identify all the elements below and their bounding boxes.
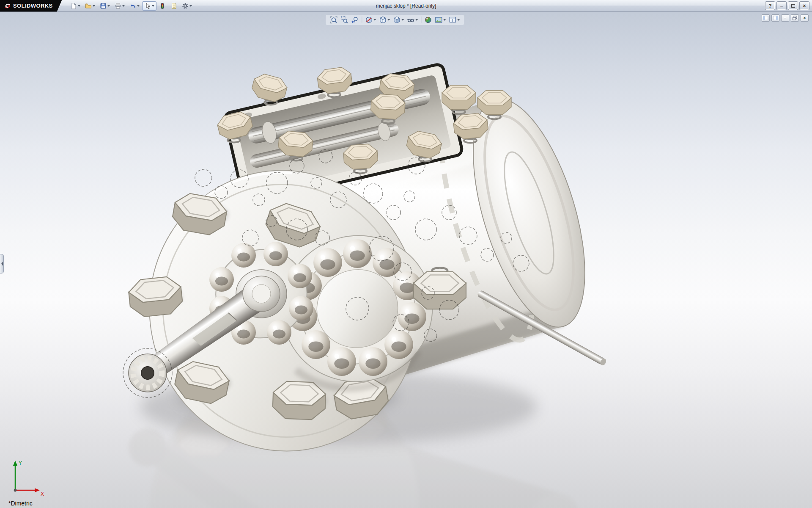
open-folder-icon	[85, 3, 92, 9]
scene-photo-icon	[435, 16, 442, 24]
new-document-button[interactable]	[68, 1, 82, 11]
maximize-icon	[791, 4, 795, 8]
file-properties-button[interactable]	[168, 1, 179, 11]
display-style-icon	[393, 16, 401, 24]
rebuild-stoplight-icon	[159, 3, 166, 9]
doc-close-button[interactable]: ×	[801, 14, 809, 22]
hide-show-items-button[interactable]	[407, 16, 418, 24]
close-button[interactable]: ×	[799, 1, 809, 10]
undo-button[interactable]	[127, 1, 142, 11]
dropdown-arrow-icon[interactable]	[137, 5, 140, 7]
featuremanager-splitter-handle[interactable]	[0, 254, 4, 273]
previous-view-icon	[351, 16, 359, 24]
display-style-button[interactable]	[393, 16, 404, 24]
toolbar-separator	[421, 17, 421, 23]
print-icon	[115, 3, 121, 9]
zoom-to-area-icon	[340, 16, 348, 24]
doc-restore-button[interactable]	[791, 14, 799, 22]
options-gear-icon	[182, 3, 189, 9]
pane-toggle-right-button[interactable]	[771, 14, 779, 22]
zoom-to-fit-button[interactable]	[330, 16, 337, 24]
pane-left-icon	[763, 16, 768, 20]
main-toolbar	[68, 1, 194, 11]
options-button[interactable]	[180, 1, 194, 11]
view-orientation-icon	[379, 16, 387, 24]
titlebar: SOLIDWORKS	[0, 0, 812, 12]
document-window-controls: – ×	[762, 14, 809, 22]
zoom-to-fit-icon	[330, 16, 337, 24]
file-properties-icon	[170, 3, 177, 9]
pane-toggle-left-button[interactable]	[762, 14, 770, 22]
dropdown-arrow-icon[interactable]	[152, 5, 154, 7]
select-button[interactable]	[142, 1, 156, 11]
x-axis-label: X	[41, 491, 44, 496]
dropdown-arrow-icon[interactable]	[93, 5, 95, 7]
dropdown-arrow-icon[interactable]	[443, 19, 446, 21]
save-button[interactable]	[98, 1, 112, 11]
dropdown-arrow-icon[interactable]	[373, 19, 376, 21]
model-3d-view[interactable]	[0, 12, 812, 508]
zoom-to-area-button[interactable]	[340, 16, 348, 24]
dropdown-arrow-icon[interactable]	[401, 19, 404, 21]
dropdown-arrow-icon[interactable]	[78, 5, 80, 7]
view-settings-icon	[449, 16, 456, 24]
view-settings-button[interactable]	[449, 16, 460, 24]
spline-end[interactable]	[129, 354, 167, 392]
dropdown-arrow-icon[interactable]	[189, 5, 192, 7]
previous-view-button[interactable]	[351, 16, 359, 24]
new-document-icon	[70, 3, 77, 9]
dropdown-arrow-icon[interactable]	[122, 5, 125, 7]
save-icon	[100, 3, 107, 9]
apply-scene-button[interactable]	[435, 16, 446, 24]
heads-up-view-toolbar	[326, 15, 464, 25]
edit-appearance-button[interactable]	[424, 16, 432, 24]
dropdown-arrow-icon[interactable]	[107, 5, 110, 7]
dropdown-arrow-icon[interactable]	[387, 19, 390, 21]
help-button[interactable]: ?	[765, 1, 775, 10]
dropdown-arrow-icon[interactable]	[415, 19, 418, 21]
maximize-button[interactable]	[788, 1, 798, 10]
select-cursor-icon	[144, 3, 151, 9]
print-button[interactable]	[112, 1, 127, 11]
window-title: menjac sklop * [Read-only]	[376, 0, 436, 12]
ds-logo-icon	[4, 3, 11, 9]
appearance-ball-icon	[424, 16, 432, 24]
toolbar-separator	[362, 17, 362, 23]
view-orientation-label: *Dimetric	[8, 500, 33, 507]
solidworks-logo: SOLIDWORKS	[0, 0, 62, 12]
window-controls: ? – ×	[765, 1, 809, 10]
reference-triad: Y X	[6, 457, 47, 496]
y-axis-label: Y	[19, 460, 22, 466]
graphics-area[interactable]: – × Y X *Dimetric	[0, 12, 812, 508]
undo-icon	[129, 3, 136, 9]
brand-text: SOLIDWORKS	[13, 3, 53, 9]
doc-minimize-button[interactable]: –	[781, 14, 789, 22]
x-axis-arrow	[35, 488, 40, 492]
section-view-button[interactable]	[365, 16, 376, 24]
section-view-icon	[365, 16, 373, 24]
dropdown-arrow-icon[interactable]	[457, 19, 460, 21]
restore-icon	[792, 16, 798, 20]
open-button[interactable]	[83, 1, 97, 11]
y-axis-arrow	[13, 461, 17, 466]
hide-show-glasses-icon	[407, 16, 414, 24]
rebuild-button[interactable]	[157, 1, 168, 11]
minimize-button[interactable]: –	[776, 1, 787, 10]
view-orientation-button[interactable]	[379, 16, 390, 24]
pane-right-icon	[773, 16, 778, 20]
